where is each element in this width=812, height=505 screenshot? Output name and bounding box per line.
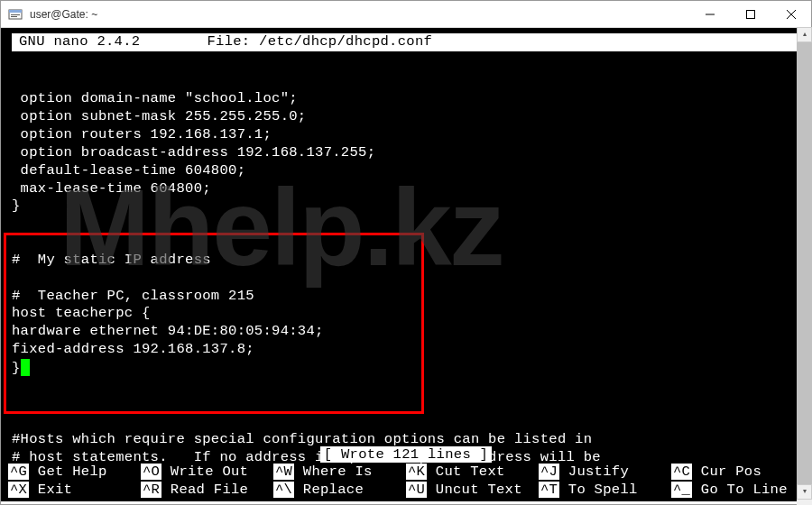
scroll-thumb[interactable] [797,42,812,484]
scroll-up-icon[interactable]: ▴ [797,27,812,42]
key-help: ^G [8,464,29,480]
file-label: File: [207,33,250,50]
key-writeout: ^O [141,464,161,480]
minimize-button[interactable] [689,1,730,28]
key-spell: ^T [539,482,559,498]
code-line: # My static IP address [12,252,211,268]
code-line: option subnet-mask 255.255.255.0; [12,108,306,124]
key-exit: ^X [8,482,29,498]
code-line: host teacherpc { [12,305,151,321]
nano-version: 2.4.2 [97,33,140,50]
code-line: max-lease-time 604800; [12,180,211,197]
key-cut: ^K [406,464,427,480]
svg-rect-3 [11,16,17,17]
scrollbar[interactable]: ▴ ▾ [797,27,812,505]
editor-content[interactable]: option domain-name "school.loc"; option … [5,51,807,467]
code-line: } [12,360,21,376]
nano-header: GNU nano 2.4.2 File: /etc/dhcp/dhcpd.con… [12,33,800,51]
maximize-button[interactable] [730,1,770,28]
footer-row-2: ^X Exit ^R Read File ^\ Replace ^U Uncut… [8,482,804,500]
nano-app-name: GNU nano [19,33,88,50]
cursor [21,359,30,376]
key-justify: ^J [539,464,559,480]
code-line: fixed-address 192.168.137.8; [12,341,254,357]
key-readfile: ^R [141,482,161,498]
code-line: } [12,197,21,214]
svg-rect-1 [9,10,22,13]
terminal[interactable]: GNU nano 2.4.2 File: /etc/dhcp/dhcpd.con… [1,28,811,501]
status-line: [ Wrote 121 lines ] [8,446,804,464]
scroll-down-icon[interactable]: ▾ [797,484,812,500]
close-button[interactable] [770,1,811,28]
window-title: user@Gate: ~ [30,8,689,21]
titlebar: user@Gate: ~ [1,1,811,28]
code-line: hardware ethernet 94:DE:80:05:94:34; [12,323,324,339]
footer-row-1: ^G Get Help ^O Write Out ^W Where Is ^K … [8,464,804,482]
code-line: option routers 192.168.137.1; [12,126,272,142]
key-curpos: ^C [671,464,692,480]
file-path: /etc/dhcp/dhcpd.conf [259,33,432,50]
key-whereis: ^W [273,464,294,480]
key-goto: ^_ [671,482,692,498]
code-line: default-lease-time 604800; [12,162,245,179]
code-line: option domain-name "school.loc"; [12,90,298,106]
key-replace: ^\ [273,482,294,498]
svg-rect-2 [11,14,20,15]
app-icon [6,5,24,23]
nano-footer: [ Wrote 121 lines ] ^G Get Help ^O Write… [5,445,807,501]
code-line: # Teacher PC, classroom 215 [12,288,254,304]
code-line: option broadcast-address 192.168.137.255… [12,144,375,161]
svg-rect-5 [746,10,754,18]
key-uncut: ^U [406,482,427,498]
